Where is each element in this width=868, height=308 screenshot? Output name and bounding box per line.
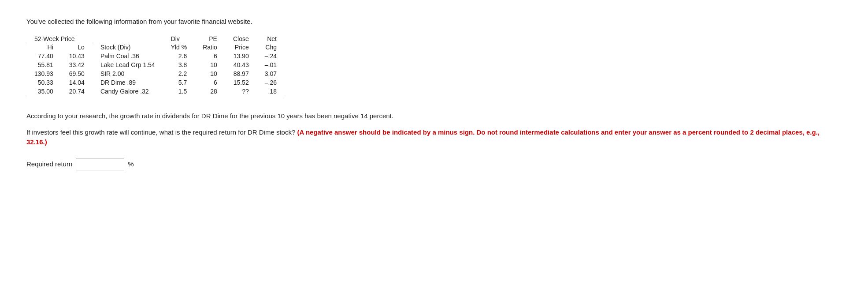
cell-stock: Candy Galore .32 [93, 87, 163, 96]
cell-net-chg: –.24 [257, 52, 285, 60]
week-price-group-header: 52-Week Price [26, 34, 93, 43]
cell-lo: 20.74 [61, 87, 93, 96]
cell-lo: 69.50 [61, 69, 93, 78]
cell-lo: 14.04 [61, 78, 93, 87]
financial-table: 52-Week Price Div PE Close Net Hi Lo Sto… [26, 34, 285, 99]
cell-hi: 77.40 [26, 52, 61, 60]
stock-header: Stock (Div) [93, 43, 163, 52]
research-text: According to your research, the growth r… [26, 112, 842, 120]
cell-hi: 35.00 [26, 87, 61, 96]
close-price-header-bottom: Price [225, 43, 257, 52]
table-row: 77.4010.43Palm Coal .362.6613.90–.24 [26, 52, 285, 60]
table-row: 50.3314.04DR Dime .895.7615.52–.26 [26, 78, 285, 87]
cell-stock: Lake Lead Grp 1.54 [93, 60, 163, 69]
div-yld-header-bottom: Yld % [163, 43, 195, 52]
answer-row: Required return % [26, 158, 842, 170]
cell-div-yld: 3.8 [163, 60, 195, 69]
required-return-input[interactable] [76, 158, 124, 170]
cell-div-yld: 1.5 [163, 87, 195, 96]
cell-stock: DR Dime .89 [93, 78, 163, 87]
cell-close-price: 88.97 [225, 69, 257, 78]
lo-header: Lo [61, 43, 93, 52]
cell-pe-ratio: 10 [195, 60, 225, 69]
close-price-header-top: Close [225, 34, 257, 43]
required-return-label: Required return [26, 160, 72, 168]
cell-stock: SIR 2.00 [93, 69, 163, 78]
cell-lo: 33.42 [61, 60, 93, 69]
table-row: 35.0020.74Candy Galore .321.528??.18 [26, 87, 285, 96]
table-row: 130.9369.50SIR 2.002.21088.973.07 [26, 69, 285, 78]
cell-close-price: 13.90 [225, 52, 257, 60]
cell-pe-ratio: 28 [195, 87, 225, 96]
cell-hi: 50.33 [26, 78, 61, 87]
pe-ratio-header-bottom: Ratio [195, 43, 225, 52]
cell-net-chg: –.26 [257, 78, 285, 87]
percent-unit: % [128, 160, 134, 168]
cell-hi: 55.81 [26, 60, 61, 69]
div-yld-header-top: Div [163, 34, 195, 43]
cell-close-price: 40.43 [225, 60, 257, 69]
cell-pe-ratio: 6 [195, 78, 225, 87]
cell-pe-ratio: 10 [195, 69, 225, 78]
cell-div-yld: 2.6 [163, 52, 195, 60]
cell-net-chg: –.01 [257, 60, 285, 69]
table-row: 55.8133.42Lake Lead Grp 1.543.81040.43–.… [26, 60, 285, 69]
pe-ratio-header-top: PE [195, 34, 225, 43]
cell-lo: 10.43 [61, 52, 93, 60]
cell-net-chg: .18 [257, 87, 285, 96]
cell-div-yld: 5.7 [163, 78, 195, 87]
intro-text: You've collected the following informati… [26, 18, 842, 25]
cell-div-yld: 2.2 [163, 69, 195, 78]
cell-pe-ratio: 6 [195, 52, 225, 60]
net-chg-header-bottom: Chg [257, 43, 285, 52]
cell-net-chg: 3.07 [257, 69, 285, 78]
cell-hi: 130.93 [26, 69, 61, 78]
cell-close-price: 15.52 [225, 78, 257, 87]
stock-col-header-empty [93, 34, 163, 43]
question-text: If investors feel this growth rate will … [26, 128, 842, 147]
financial-table-wrapper: 52-Week Price Div PE Close Net Hi Lo Sto… [26, 34, 842, 99]
hi-header: Hi [26, 43, 61, 52]
cell-stock: Palm Coal .36 [93, 52, 163, 60]
net-chg-header-top: Net [257, 34, 285, 43]
cell-close-price: ?? [225, 87, 257, 96]
question-prefix: If investors feel this growth rate will … [26, 128, 295, 136]
